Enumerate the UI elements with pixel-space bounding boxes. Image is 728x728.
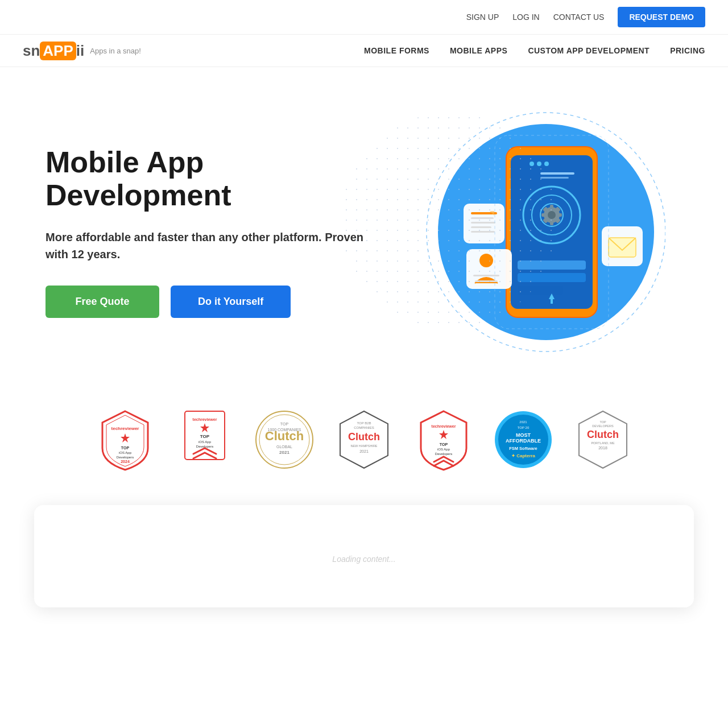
custom-app-development-link[interactable]: CUSTOM APP DEVELOPMENT (528, 35, 650, 67)
logo-area[interactable]: snAPPii Apps in a snap! (23, 36, 141, 66)
svg-text:techreviewer: techreviewer (111, 426, 139, 431)
badges-section: techreviewer TOP iOS App Developers 2024… (0, 386, 728, 505)
signup-link[interactable]: SIGN UP (466, 13, 499, 22)
nav-links-list: MOBILE FORMS MOBILE APPS CUSTOM APP DEVE… (364, 35, 705, 67)
svg-text:Clutch: Clutch (265, 429, 304, 443)
hero-subtitle: More affordable and faster than any othe… (46, 229, 364, 263)
logo-tagline: Apps in a snap! (90, 47, 141, 55)
logo-text-app: APP (40, 42, 76, 60)
do-it-yourself-button[interactable]: Do it Yourself (171, 286, 291, 318)
badge-clutch-portland-2018: TOP DEVELOPERS Clutch PORTLAND, ME 2018 (572, 408, 634, 471)
svg-text:Clutch: Clutch (348, 431, 380, 442)
svg-text:TOP: TOP (599, 420, 606, 424)
hero-title: Mobile App Development (46, 146, 364, 211)
svg-text:Developers: Developers (435, 452, 452, 456)
svg-text:techreviewer: techreviewer (432, 424, 456, 428)
svg-text:AFFORDABLE: AFFORDABLE (506, 438, 541, 444)
svg-text:TOP: TOP (280, 422, 289, 426)
mobile-forms-link[interactable]: MOBILE FORMS (364, 35, 429, 67)
hero-illustration-area (364, 101, 682, 363)
svg-text:TOP B2B: TOP B2B (357, 421, 371, 425)
svg-text:techreviewer: techreviewer (193, 417, 217, 421)
svg-rect-12 (557, 213, 562, 217)
request-demo-button[interactable]: REQUEST DEMO (618, 7, 705, 27)
badge-clutch-new-hampshire-2021: TOP B2B COMPANIES Clutch NEW HAMPSHIRE 2… (333, 408, 395, 471)
svg-text:Clutch: Clutch (587, 429, 619, 440)
bottom-card: Loading content... (34, 505, 694, 607)
svg-text:iOS App: iOS App (119, 451, 132, 454)
nav-item-custom-app-development[interactable]: CUSTOM APP DEVELOPMENT (528, 35, 650, 67)
dot-pattern-bg (341, 113, 557, 329)
svg-text:iOS App: iOS App (437, 448, 450, 451)
svg-text:NEW HAMPSHIRE: NEW HAMPSHIRE (350, 444, 377, 448)
logo-text-ii: ii (76, 42, 84, 60)
svg-rect-39 (609, 238, 636, 257)
logo-text-sn: sn (23, 42, 40, 60)
bottom-card-illustration: Loading content... (279, 533, 449, 579)
svg-text:Developers: Developers (117, 456, 134, 459)
svg-text:MOST: MOST (516, 432, 531, 438)
badge-clutch-global-2021: TOP 1000 COMPANIES Clutch GLOBAL 2021 (253, 408, 316, 471)
badge-techreviewer-2024: techreviewer TOP iOS App Developers 2024 (94, 408, 156, 471)
svg-text:Loading content...: Loading content... (332, 555, 395, 564)
main-navigation: snAPPii Apps in a snap! MOBILE FORMS MOB… (0, 35, 728, 67)
pricing-link[interactable]: PRICING (670, 35, 705, 67)
svg-text:2024: 2024 (121, 460, 130, 464)
hero-section: Mobile App Development More affordable a… (0, 67, 728, 386)
svg-text:2018: 2018 (598, 446, 607, 450)
svg-text:2021: 2021 (279, 450, 289, 455)
svg-text:GLOBAL: GLOBAL (276, 445, 292, 449)
svg-text:COMPANIES: COMPANIES (354, 426, 374, 429)
nav-item-pricing[interactable]: PRICING (670, 35, 705, 67)
svg-text:✦ Capterra: ✦ Capterra (511, 453, 536, 458)
svg-text:TOP: TOP (200, 434, 210, 439)
login-link[interactable]: LOG IN (512, 13, 539, 22)
svg-text:DEVELOPERS: DEVELOPERS (592, 424, 614, 428)
free-quote-button[interactable]: Free Quote (46, 286, 159, 318)
mobile-apps-link[interactable]: MOBILE APPS (450, 35, 507, 67)
svg-text:2021: 2021 (359, 449, 369, 453)
contact-us-link[interactable]: CONTACT US (553, 13, 605, 22)
svg-text:TOP: TOP (121, 446, 130, 450)
svg-text:PORTLAND, ME: PORTLAND, ME (591, 441, 614, 445)
svg-text:TOP 20: TOP 20 (518, 426, 530, 429)
badge-capterra-most-affordable: 2021 TOP 20 MOST AFFORDABLE FSM Software… (492, 408, 555, 471)
svg-text:2021: 2021 (519, 420, 527, 424)
svg-text:FSM Software: FSM Software (509, 446, 537, 451)
svg-point-19 (544, 162, 549, 166)
svg-rect-26 (551, 299, 553, 304)
nav-item-mobile-forms[interactable]: MOBILE FORMS (364, 35, 429, 67)
svg-text:TOP: TOP (440, 442, 448, 446)
nav-item-mobile-apps[interactable]: MOBILE APPS (450, 35, 507, 67)
top-navigation: SIGN UP LOG IN CONTACT US REQUEST DEMO (0, 0, 728, 35)
badge-techreviewer-chevron: techreviewer TOP iOS App Developers (173, 408, 236, 471)
hero-left-content: Mobile App Development More affordable a… (46, 146, 364, 317)
svg-text:iOS App: iOS App (198, 440, 212, 444)
badge-techreviewer-2019: techreviewer TOP iOS App Developers (412, 408, 475, 471)
hero-buttons: Free Quote Do it Yourself (46, 286, 364, 318)
